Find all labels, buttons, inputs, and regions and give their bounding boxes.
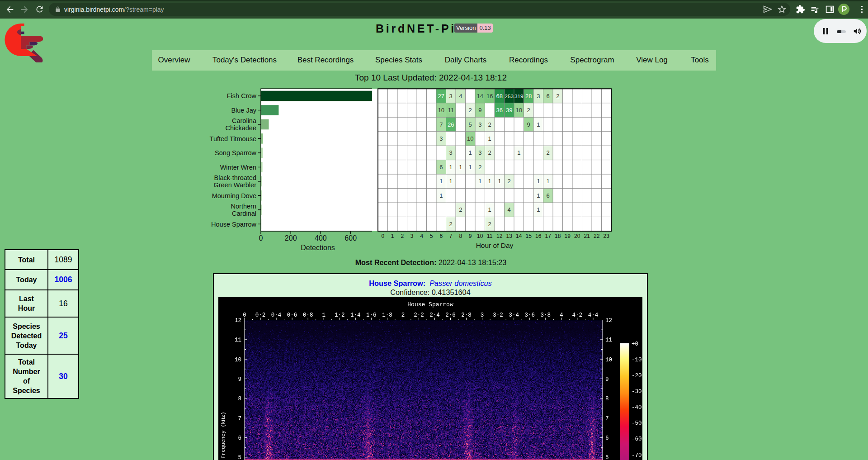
svg-text:2: 2	[488, 221, 491, 228]
svg-text:20: 20	[574, 233, 580, 239]
svg-text:10: 10	[516, 107, 522, 114]
svg-text:1: 1	[537, 192, 540, 199]
svg-text:1: 1	[459, 164, 462, 171]
svg-text:10: 10	[438, 107, 444, 114]
svg-text:11: 11	[235, 337, 241, 343]
svg-text:200: 200	[285, 234, 297, 242]
svg-text:3: 3	[449, 149, 453, 156]
svg-text:Frequency (kHz): Frequency (kHz)	[220, 412, 226, 459]
svg-text:2: 2	[459, 206, 462, 213]
svg-text:2: 2	[478, 164, 481, 171]
svg-text:1: 1	[498, 178, 501, 185]
svg-text:1: 1	[478, 178, 481, 185]
svg-text:11: 11	[448, 107, 454, 114]
svg-text:-40: -40	[632, 404, 642, 411]
svg-text:Black-throated: Black-throated	[214, 174, 257, 181]
svg-text:1: 1	[517, 149, 520, 156]
svg-text:1·4: 1·4	[350, 312, 361, 318]
svg-text:1: 1	[449, 178, 453, 185]
svg-text:22: 22	[594, 233, 600, 239]
svg-text:600: 600	[344, 234, 357, 242]
svg-text:-30: -30	[632, 389, 642, 395]
svg-text:319: 319	[514, 93, 524, 100]
svg-text:0·2: 0·2	[255, 312, 266, 318]
svg-text:1: 1	[537, 206, 540, 213]
svg-text:16: 16	[535, 233, 542, 239]
svg-text:5: 5	[430, 233, 433, 239]
svg-text:1: 1	[469, 164, 472, 171]
svg-text:12: 12	[605, 318, 612, 324]
svg-text:Detections: Detections	[301, 244, 335, 251]
svg-text:Song Sparrow: Song Sparrow	[215, 149, 256, 156]
svg-text:16: 16	[486, 93, 493, 100]
svg-text:23: 23	[604, 233, 610, 239]
svg-text:Winter Wren: Winter Wren	[220, 164, 256, 171]
svg-text:0·8: 0·8	[303, 312, 313, 318]
svg-text:3: 3	[410, 233, 414, 239]
svg-text:6: 6	[238, 435, 241, 441]
svg-text:9: 9	[605, 376, 609, 383]
svg-text:2·4: 2·4	[429, 312, 440, 318]
svg-text:39: 39	[506, 107, 512, 114]
svg-text:2: 2	[488, 121, 491, 128]
svg-text:6: 6	[547, 192, 550, 199]
svg-text:3: 3	[478, 149, 481, 156]
svg-text:8: 8	[605, 396, 609, 402]
svg-text:400: 400	[315, 234, 327, 242]
svg-text:1: 1	[449, 164, 453, 171]
svg-text:6: 6	[605, 435, 609, 441]
svg-text:Hour of Day: Hour of Day	[476, 242, 514, 249]
svg-text:Green Warbler: Green Warbler	[213, 181, 256, 189]
svg-text:4: 4	[560, 312, 563, 318]
svg-text:5: 5	[469, 121, 472, 128]
svg-text:0: 0	[243, 312, 246, 318]
svg-text:0: 0	[381, 233, 384, 239]
svg-text:5: 5	[605, 455, 609, 460]
svg-text:1: 1	[439, 192, 443, 199]
svg-text:11: 11	[605, 337, 612, 343]
svg-text:19: 19	[565, 233, 571, 239]
svg-text:2: 2	[401, 233, 404, 239]
svg-text:68: 68	[496, 93, 503, 100]
svg-text:2·8: 2·8	[461, 312, 472, 318]
svg-text:17: 17	[545, 233, 552, 239]
svg-text:1·8: 1·8	[382, 312, 392, 318]
svg-text:7: 7	[449, 233, 453, 239]
svg-text:4: 4	[508, 206, 511, 213]
svg-text:5: 5	[238, 455, 241, 460]
svg-text:9: 9	[469, 233, 472, 239]
svg-text:3: 3	[537, 93, 540, 100]
svg-text:6: 6	[547, 93, 550, 100]
svg-text:3·6: 3·6	[524, 312, 535, 318]
svg-text:-60: -60	[632, 436, 642, 442]
svg-text:-50: -50	[632, 420, 642, 427]
svg-text:Carolina: Carolina	[232, 117, 257, 124]
svg-text:House Sparrow: House Sparrow	[211, 221, 256, 228]
svg-text:7: 7	[439, 121, 443, 128]
svg-text:2: 2	[527, 107, 530, 114]
svg-text:+0: +0	[632, 341, 638, 347]
svg-text:4: 4	[459, 93, 462, 100]
svg-text:13: 13	[506, 233, 513, 239]
svg-text:1: 1	[537, 121, 540, 128]
svg-text:26: 26	[448, 121, 454, 128]
svg-text:2: 2	[469, 107, 472, 114]
svg-text:3·4: 3·4	[509, 312, 519, 318]
svg-text:4·2: 4·2	[572, 312, 583, 318]
svg-text:1: 1	[488, 135, 491, 142]
svg-text:1: 1	[469, 149, 472, 156]
svg-text:2: 2	[508, 178, 511, 185]
svg-text:Fish Crow: Fish Crow	[227, 92, 257, 100]
svg-text:2: 2	[556, 93, 559, 100]
svg-text:14: 14	[477, 93, 483, 100]
svg-text:12: 12	[235, 318, 241, 324]
svg-text:3·8: 3·8	[541, 312, 551, 318]
svg-text:14: 14	[516, 233, 522, 239]
svg-text:3: 3	[481, 312, 484, 318]
svg-text:18: 18	[555, 233, 561, 239]
svg-text:Chickadee: Chickadee	[225, 124, 256, 132]
svg-text:10: 10	[467, 135, 473, 142]
svg-text:1: 1	[439, 178, 443, 185]
svg-text:3: 3	[478, 121, 481, 128]
svg-text:7: 7	[605, 416, 609, 422]
